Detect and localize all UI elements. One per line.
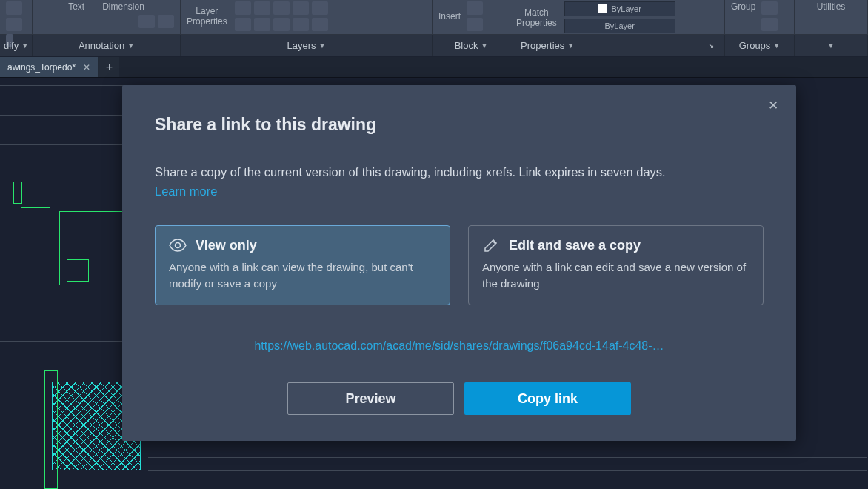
ribbon-label-text[interactable]: Text [68, 1, 84, 12]
ribbon-tab-annotation[interactable]: Annotation▼ [33, 35, 181, 56]
dialog-subtitle: Share a copy of the current version of t… [155, 163, 764, 182]
ribbon-tab-modify[interactable]: dify▼ [0, 35, 33, 56]
ribbon-label-utilities[interactable]: Utilities [801, 1, 861, 12]
ribbon-tab-layers[interactable]: Layers▼ [181, 35, 433, 56]
close-tab-icon[interactable]: ✕ [83, 62, 90, 73]
ribbon-panels: Text Dimension Layer Properties Insert M… [0, 0, 868, 35]
bylayer-line-box[interactable]: ByLayer [564, 19, 675, 33]
ribbon-label-dimension[interactable]: Dimension [102, 1, 144, 12]
ribbon-label-group[interactable]: Group [731, 1, 755, 12]
option-view-desc: Anyone with a link can view the drawing,… [169, 259, 436, 292]
dialog-title: Share a link to this drawing [155, 115, 764, 135]
share-url-link[interactable]: https://web.autocad.com/acad/me/sid/shar… [155, 339, 764, 353]
dialog-button-row: Preview Copy link [155, 382, 764, 415]
eye-icon [169, 238, 187, 253]
ribbon-tab-block[interactable]: Block▼ [433, 35, 510, 56]
ribbon-group-annotation: Text Dimension [33, 0, 181, 34]
document-tab-active[interactable]: awings_Torpedo* ✕ [0, 57, 99, 77]
ribbon-label-layer-properties[interactable]: Layer Properties [187, 6, 227, 27]
document-tab-bar: awings_Torpedo* ✕ ＋ [0, 57, 868, 78]
ribbon-group-properties: Match Properties ByLayer ByLayer [510, 0, 725, 34]
option-edit-desc: Anyone with a link can edit and save a n… [482, 259, 750, 292]
share-dialog: ✕ Share a link to this drawing Share a c… [122, 85, 796, 441]
ribbon-tab-utilities[interactable]: ▼ [795, 35, 868, 56]
share-option-row: View only Anyone with a link can view th… [155, 225, 764, 306]
close-icon: ✕ [768, 98, 778, 113]
copy-link-button[interactable]: Copy link [464, 382, 631, 415]
ribbon-group-modify-edge [0, 0, 33, 34]
new-tab-button[interactable]: ＋ [99, 57, 119, 77]
document-tab-title: awings_Torpedo* [7, 62, 76, 73]
bylayer-color-box[interactable]: ByLayer [564, 1, 675, 16]
pencil-icon [482, 238, 500, 253]
svg-point-0 [176, 243, 181, 248]
dialog-close-button[interactable]: ✕ [765, 97, 781, 113]
option-edit-title: Edit and save a copy [509, 238, 641, 253]
preview-button[interactable]: Preview [287, 382, 454, 415]
ribbon-label-match-props[interactable]: Match Properties [516, 7, 557, 28]
learn-more-link[interactable]: Learn more [155, 184, 217, 199]
ribbon-group-groups: Group [725, 0, 795, 34]
ribbon-tab-properties[interactable]: Properties▼↘ [510, 35, 725, 56]
option-view-only[interactable]: View only Anyone with a link can view th… [155, 225, 450, 306]
ribbon-group-utilities: Utilities [795, 0, 868, 34]
ribbon-tab-row: dify▼ Annotation▼ Layers▼ Block▼ Propert… [0, 35, 868, 57]
ribbon-label-insert[interactable]: Insert [438, 11, 461, 21]
ribbon-tab-groups[interactable]: Groups▼ [725, 35, 795, 56]
ribbon-group-layers: Layer Properties [181, 0, 433, 34]
option-edit-copy[interactable]: Edit and save a copy Anyone with a link … [468, 225, 764, 306]
option-view-title: View only [196, 238, 257, 253]
ribbon-group-block: Insert [433, 0, 510, 34]
